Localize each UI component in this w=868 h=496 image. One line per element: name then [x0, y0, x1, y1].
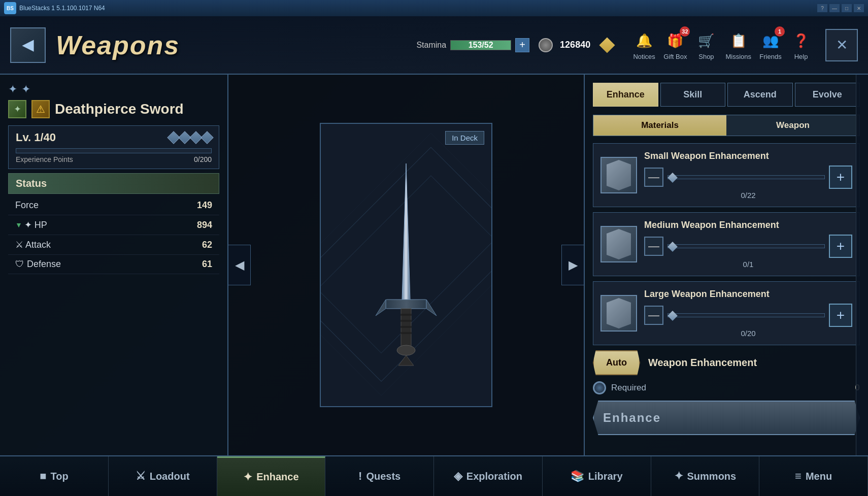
enhance-item-medium-controls: — +: [644, 235, 852, 258]
exp-bar: [16, 148, 212, 153]
medium-minus-btn[interactable]: —: [644, 237, 663, 256]
exp-value: 0/200: [194, 155, 212, 163]
exp-row: Experience Points 0/200: [16, 155, 212, 163]
stat-row-hp: ▼ ✦ HP 894: [8, 215, 219, 235]
help-label: Help: [794, 53, 808, 60]
required-label: Required: [611, 383, 850, 393]
stat-name-defense: 🛡 Defense: [15, 259, 61, 270]
large-slider[interactable]: [667, 313, 825, 317]
sub-tab-materials[interactable]: Materials: [593, 115, 726, 136]
friends-label: Friends: [759, 53, 781, 60]
stat-value-force: 149: [197, 200, 212, 211]
missions-nav[interactable]: 📋 Missions: [725, 29, 751, 60]
back-button[interactable]: ◀: [10, 27, 46, 63]
medium-add-btn[interactable]: +: [829, 235, 852, 258]
svg-marker-13: [398, 355, 414, 366]
nav-menu[interactable]: ≡ Menu: [759, 456, 868, 496]
weapon-warning-icon: ⚠: [31, 100, 50, 118]
friends-nav[interactable]: 1 👥 Friends: [759, 29, 782, 60]
nav-loadout[interactable]: ⚔ Loadout: [109, 456, 217, 496]
nav-summons[interactable]: ✦ Summons: [651, 456, 760, 496]
help-btn[interactable]: ?: [817, 4, 827, 12]
nav-quests[interactable]: ! Quests: [325, 456, 434, 496]
enhance-item-large-controls: — +: [644, 304, 852, 327]
restore-btn[interactable]: □: [842, 4, 852, 12]
stamina-bar: 153/52: [450, 40, 511, 50]
page-title: Weapons: [56, 30, 416, 60]
top-label: Top: [50, 471, 68, 482]
panel-close-btn[interactable]: ✕: [825, 29, 858, 61]
library-label: Library: [588, 471, 623, 482]
stat-row-attack: ⚔ Attack 62: [8, 235, 219, 255]
nav-top[interactable]: ■ Top: [0, 456, 109, 496]
notices-icon: 🔔: [633, 29, 655, 52]
small-minus-btn[interactable]: —: [644, 168, 663, 187]
enhance-action-button[interactable]: Enhance: [593, 401, 860, 435]
library-icon: 📚: [571, 470, 584, 483]
large-add-btn[interactable]: +: [829, 304, 852, 327]
tab-enhance[interactable]: Enhance: [593, 83, 658, 107]
stamina-section: Stamina 153/52 + 126840: [416, 38, 613, 52]
quests-icon: !: [358, 470, 362, 483]
svg-rect-11: [400, 332, 412, 334]
sub-tab-weapon[interactable]: Weapon: [726, 115, 859, 136]
diamond-icon: [599, 37, 615, 53]
nav-arrow-left[interactable]: ◀: [228, 245, 251, 285]
stat-value-attack: 62: [202, 240, 212, 250]
nav-exploration[interactable]: ◈ Exploration: [434, 456, 543, 496]
stat-name-attack: ⚔ Attack: [15, 239, 51, 250]
medium-slider[interactable]: [667, 244, 825, 248]
shop-nav[interactable]: 🛒 Shop: [695, 29, 717, 60]
header-bar: ◀ Weapons Stamina 153/52 + 126840 🔔 Noti…: [0, 16, 868, 75]
stamina-plus-btn[interactable]: +: [515, 38, 529, 52]
nav-enhance[interactable]: ✦ Enhance: [217, 456, 326, 496]
required-circle-icon: [593, 381, 606, 394]
svg-point-12: [397, 345, 415, 355]
notices-nav[interactable]: 🔔 Notices: [633, 29, 655, 60]
status-title: Status: [16, 178, 47, 189]
small-slider[interactable]: [667, 175, 825, 179]
minimize-btn[interactable]: —: [829, 4, 840, 12]
svg-rect-4: [386, 300, 426, 309]
svg-rect-10: [400, 326, 412, 328]
missions-label: Missions: [725, 53, 751, 60]
small-add-btn[interactable]: +: [829, 166, 852, 189]
auto-button[interactable]: Auto: [593, 350, 640, 375]
stat-value-defense: 61: [202, 259, 212, 270]
loadout-label: Loadout: [150, 471, 190, 482]
bottom-nav: ■ Top ⚔ Loadout ✦ Enhance ! Quests ◈ Exp…: [0, 455, 868, 496]
level-row: Lv. 1/40: [16, 131, 212, 144]
enhance-item-small-info: Small Weapon Enhancement — + 0/22: [644, 151, 852, 200]
stat-value-hp: 894: [197, 220, 212, 230]
window-close-btn[interactable]: ✕: [854, 4, 864, 12]
top-icon: ■: [40, 470, 46, 483]
giftbox-badge: 32: [680, 26, 690, 37]
quests-label: Quests: [366, 471, 400, 482]
notices-label: Notices: [633, 53, 655, 60]
nav-arrow-right[interactable]: ▶: [561, 245, 584, 285]
missions-icon: 📋: [727, 29, 750, 52]
enhance-item-medium-icon-inner: [607, 229, 631, 259]
giftbox-nav[interactable]: 32 🎁 Gift Box: [663, 29, 687, 60]
large-minus-btn[interactable]: —: [644, 306, 663, 325]
help-nav[interactable]: ❓ Help: [790, 29, 812, 60]
medium-slider-marker: [667, 242, 678, 252]
tab-skill[interactable]: Skill: [660, 83, 726, 107]
app-title: BlueStacks 1 5.1.100.1017 N64: [19, 5, 817, 12]
enhance-item-small-name: Small Weapon Enhancement: [644, 151, 852, 161]
enhance-item-small-icon: [600, 157, 637, 193]
enhance-nav-icon: ✦: [243, 471, 252, 484]
tab-evolve[interactable]: Evolve: [795, 83, 860, 107]
right-sidebar: [856, 75, 868, 455]
svg-marker-6: [426, 300, 437, 316]
required-section: Required 0: [593, 381, 860, 394]
game-area: ◀ Weapons Stamina 153/52 + 126840 🔔 Noti…: [0, 16, 868, 496]
nav-library[interactable]: 📚 Library: [543, 456, 651, 496]
currency-value: 126840: [560, 40, 590, 50]
auto-section: Auto Weapon Enhancement: [593, 350, 860, 375]
tab-ascend[interactable]: Ascend: [727, 83, 793, 107]
enhance-item-medium-name: Medium Weapon Enhancement: [644, 220, 852, 230]
exp-label: Experience Points: [16, 155, 73, 163]
stat-hp-label: ✦ HP: [24, 219, 47, 230]
enhance-item-medium-info: Medium Weapon Enhancement — + 0/1: [644, 220, 852, 269]
